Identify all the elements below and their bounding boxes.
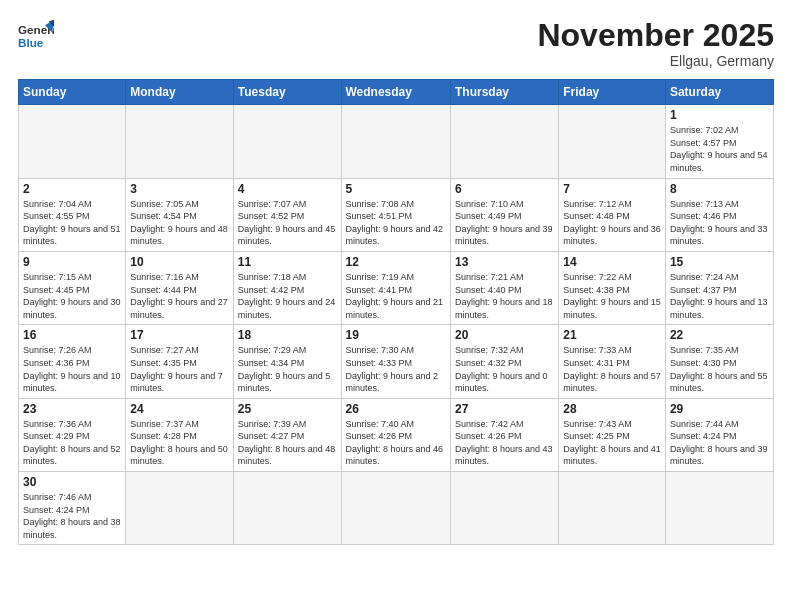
day-info: Sunrise: 7:05 AMSunset: 4:54 PMDaylight:…: [130, 199, 228, 247]
day-info: Sunrise: 7:12 AMSunset: 4:48 PMDaylight:…: [563, 199, 661, 247]
day-info: Sunrise: 7:44 AMSunset: 4:24 PMDaylight:…: [670, 419, 768, 467]
day-info: Sunrise: 7:26 AMSunset: 4:36 PMDaylight:…: [23, 345, 121, 393]
weekday-header-row: Sunday Monday Tuesday Wednesday Thursday…: [19, 80, 774, 105]
calendar-cell: 9 Sunrise: 7:15 AMSunset: 4:45 PMDayligh…: [19, 251, 126, 324]
calendar-cell: 15 Sunrise: 7:24 AMSunset: 4:37 PMDaylig…: [665, 251, 773, 324]
day-info: Sunrise: 7:08 AMSunset: 4:51 PMDaylight:…: [346, 199, 444, 247]
calendar-cell: 4 Sunrise: 7:07 AMSunset: 4:52 PMDayligh…: [233, 178, 341, 251]
calendar-cell: [19, 105, 126, 178]
day-number: 17: [130, 328, 228, 342]
calendar-cell: 20 Sunrise: 7:32 AMSunset: 4:32 PMDaylig…: [450, 325, 558, 398]
calendar-cell: 16 Sunrise: 7:26 AMSunset: 4:36 PMDaylig…: [19, 325, 126, 398]
header-sunday: Sunday: [19, 80, 126, 105]
day-info: Sunrise: 7:33 AMSunset: 4:31 PMDaylight:…: [563, 345, 661, 393]
day-number: 16: [23, 328, 121, 342]
day-number: 5: [346, 182, 446, 196]
day-info: Sunrise: 7:15 AMSunset: 4:45 PMDaylight:…: [23, 272, 121, 320]
header-friday: Friday: [559, 80, 666, 105]
subtitle: Ellgau, Germany: [537, 53, 774, 69]
calendar-cell: 11 Sunrise: 7:18 AMSunset: 4:42 PMDaylig…: [233, 251, 341, 324]
svg-text:Blue: Blue: [18, 36, 44, 49]
calendar-cell: 25 Sunrise: 7:39 AMSunset: 4:27 PMDaylig…: [233, 398, 341, 471]
header: General Blue November 2025 Ellgau, Germa…: [18, 18, 774, 69]
header-thursday: Thursday: [450, 80, 558, 105]
day-number: 6: [455, 182, 554, 196]
calendar-cell: [126, 472, 233, 545]
calendar-cell: [665, 472, 773, 545]
day-number: 29: [670, 402, 769, 416]
day-info: Sunrise: 7:30 AMSunset: 4:33 PMDaylight:…: [346, 345, 439, 393]
calendar-cell: [233, 472, 341, 545]
day-info: Sunrise: 7:40 AMSunset: 4:26 PMDaylight:…: [346, 419, 444, 467]
day-number: 24: [130, 402, 228, 416]
calendar-cell: [559, 472, 666, 545]
day-number: 18: [238, 328, 337, 342]
calendar-cell: [559, 105, 666, 178]
day-number: 8: [670, 182, 769, 196]
calendar-cell: 12 Sunrise: 7:19 AMSunset: 4:41 PMDaylig…: [341, 251, 450, 324]
day-number: 12: [346, 255, 446, 269]
day-number: 20: [455, 328, 554, 342]
logo: General Blue: [18, 18, 54, 54]
calendar-cell: 2 Sunrise: 7:04 AMSunset: 4:55 PMDayligh…: [19, 178, 126, 251]
calendar-cell: 5 Sunrise: 7:08 AMSunset: 4:51 PMDayligh…: [341, 178, 450, 251]
calendar-cell: 10 Sunrise: 7:16 AMSunset: 4:44 PMDaylig…: [126, 251, 233, 324]
day-number: 26: [346, 402, 446, 416]
day-info: Sunrise: 7:16 AMSunset: 4:44 PMDaylight:…: [130, 272, 228, 320]
day-number: 15: [670, 255, 769, 269]
day-info: Sunrise: 7:27 AMSunset: 4:35 PMDaylight:…: [130, 345, 223, 393]
header-saturday: Saturday: [665, 80, 773, 105]
calendar-cell: 18 Sunrise: 7:29 AMSunset: 4:34 PMDaylig…: [233, 325, 341, 398]
day-info: Sunrise: 7:42 AMSunset: 4:26 PMDaylight:…: [455, 419, 553, 467]
day-info: Sunrise: 7:13 AMSunset: 4:46 PMDaylight:…: [670, 199, 768, 247]
day-number: 22: [670, 328, 769, 342]
calendar-cell: 17 Sunrise: 7:27 AMSunset: 4:35 PMDaylig…: [126, 325, 233, 398]
header-monday: Monday: [126, 80, 233, 105]
day-info: Sunrise: 7:32 AMSunset: 4:32 PMDaylight:…: [455, 345, 548, 393]
calendar-cell: [450, 472, 558, 545]
day-info: Sunrise: 7:36 AMSunset: 4:29 PMDaylight:…: [23, 419, 121, 467]
calendar: Sunday Monday Tuesday Wednesday Thursday…: [18, 79, 774, 545]
day-number: 21: [563, 328, 661, 342]
calendar-cell: 21 Sunrise: 7:33 AMSunset: 4:31 PMDaylig…: [559, 325, 666, 398]
calendar-cell: 22 Sunrise: 7:35 AMSunset: 4:30 PMDaylig…: [665, 325, 773, 398]
day-number: 10: [130, 255, 228, 269]
day-number: 27: [455, 402, 554, 416]
day-info: Sunrise: 7:21 AMSunset: 4:40 PMDaylight:…: [455, 272, 553, 320]
day-info: Sunrise: 7:39 AMSunset: 4:27 PMDaylight:…: [238, 419, 336, 467]
day-info: Sunrise: 7:02 AMSunset: 4:57 PMDaylight:…: [670, 125, 768, 173]
day-info: Sunrise: 7:46 AMSunset: 4:24 PMDaylight:…: [23, 492, 121, 540]
day-number: 9: [23, 255, 121, 269]
calendar-cell: 3 Sunrise: 7:05 AMSunset: 4:54 PMDayligh…: [126, 178, 233, 251]
day-info: Sunrise: 7:37 AMSunset: 4:28 PMDaylight:…: [130, 419, 228, 467]
day-number: 1: [670, 108, 769, 122]
calendar-cell: 1 Sunrise: 7:02 AMSunset: 4:57 PMDayligh…: [665, 105, 773, 178]
logo-icon: General Blue: [18, 18, 54, 54]
day-info: Sunrise: 7:24 AMSunset: 4:37 PMDaylight:…: [670, 272, 768, 320]
title-block: November 2025 Ellgau, Germany: [537, 18, 774, 69]
day-number: 14: [563, 255, 661, 269]
day-info: Sunrise: 7:10 AMSunset: 4:49 PMDaylight:…: [455, 199, 553, 247]
day-number: 30: [23, 475, 121, 489]
calendar-cell: [450, 105, 558, 178]
calendar-cell: [233, 105, 341, 178]
calendar-cell: 26 Sunrise: 7:40 AMSunset: 4:26 PMDaylig…: [341, 398, 450, 471]
day-info: Sunrise: 7:04 AMSunset: 4:55 PMDaylight:…: [23, 199, 121, 247]
calendar-cell: 8 Sunrise: 7:13 AMSunset: 4:46 PMDayligh…: [665, 178, 773, 251]
calendar-cell: 14 Sunrise: 7:22 AMSunset: 4:38 PMDaylig…: [559, 251, 666, 324]
calendar-cell: 6 Sunrise: 7:10 AMSunset: 4:49 PMDayligh…: [450, 178, 558, 251]
day-number: 23: [23, 402, 121, 416]
calendar-cell: 28 Sunrise: 7:43 AMSunset: 4:25 PMDaylig…: [559, 398, 666, 471]
day-info: Sunrise: 7:22 AMSunset: 4:38 PMDaylight:…: [563, 272, 661, 320]
day-number: 4: [238, 182, 337, 196]
calendar-cell: 30 Sunrise: 7:46 AMSunset: 4:24 PMDaylig…: [19, 472, 126, 545]
day-number: 3: [130, 182, 228, 196]
calendar-cell: 27 Sunrise: 7:42 AMSunset: 4:26 PMDaylig…: [450, 398, 558, 471]
day-number: 19: [346, 328, 446, 342]
header-tuesday: Tuesday: [233, 80, 341, 105]
calendar-cell: 19 Sunrise: 7:30 AMSunset: 4:33 PMDaylig…: [341, 325, 450, 398]
month-title: November 2025: [537, 18, 774, 53]
calendar-cell: 13 Sunrise: 7:21 AMSunset: 4:40 PMDaylig…: [450, 251, 558, 324]
calendar-cell: [341, 105, 450, 178]
day-number: 2: [23, 182, 121, 196]
